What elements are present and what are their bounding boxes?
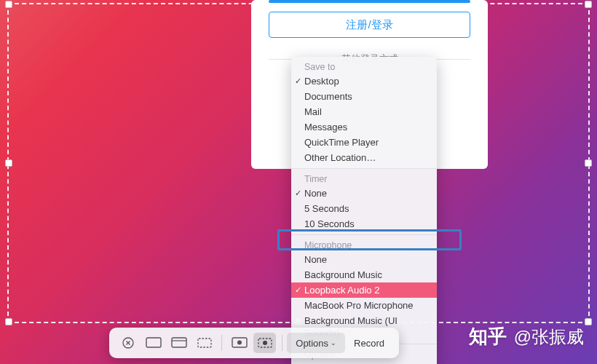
menu-separator <box>291 234 437 235</box>
resize-handle-tl[interactable] <box>5 1 12 8</box>
save-to-mail[interactable]: Mail <box>291 104 437 119</box>
selection-icon <box>197 337 213 349</box>
resize-handle-r[interactable] <box>585 159 592 167</box>
author-handle: @张振威 <box>514 325 584 349</box>
svg-rect-2 <box>172 338 186 347</box>
menu-separator <box>291 168 437 169</box>
zhihu-logo-text: 知乎 <box>469 324 507 349</box>
login-register-button[interactable]: 注册/登录 <box>269 12 470 38</box>
record-selection-button[interactable] <box>253 333 276 353</box>
mic-none[interactable]: None <box>291 252 437 267</box>
options-label: Options <box>296 338 328 349</box>
record-screen-icon <box>232 337 248 349</box>
mic-bg-music[interactable]: Background Music <box>291 267 437 282</box>
toolbar-separator <box>282 335 282 351</box>
resize-handle-br[interactable] <box>585 318 592 325</box>
record-selection-icon <box>257 337 273 349</box>
save-to-desktop[interactable]: Desktop <box>291 74 437 89</box>
mic-macbook[interactable]: MacBook Pro Microphone <box>291 298 437 313</box>
chevron-down-icon: ⌄ <box>331 339 336 347</box>
save-to-other[interactable]: Other Location… <box>291 150 437 165</box>
watermark: 知乎 @张振威 <box>469 324 584 349</box>
capture-window-button[interactable] <box>167 333 190 353</box>
window-icon <box>171 337 187 349</box>
record-entire-screen-button[interactable] <box>228 333 250 353</box>
section-save-to: Save to <box>291 60 437 74</box>
screenshot-toolbar: Options ⌄ Record <box>109 328 399 358</box>
svg-point-8 <box>263 341 267 345</box>
resize-handle-l[interactable] <box>5 159 12 167</box>
screen-icon <box>146 337 162 349</box>
options-button[interactable]: Options ⌄ <box>287 333 345 353</box>
timer-10s[interactable]: 10 Seconds <box>291 216 437 232</box>
opt-floating-thumb[interactable]: Show Floating Thumbnail <box>291 361 437 364</box>
resize-handle-tr[interactable] <box>585 1 592 8</box>
section-microphone: Microphone <box>291 238 437 252</box>
record-button[interactable]: Record <box>345 333 393 353</box>
progress-bar <box>269 0 470 3</box>
close-button[interactable] <box>116 333 139 353</box>
save-to-quicktime[interactable]: QuickTime Player <box>291 135 437 150</box>
svg-rect-4 <box>198 339 211 347</box>
capture-selection-button[interactable] <box>193 333 216 353</box>
section-timer: Timer <box>291 172 437 186</box>
save-to-documents[interactable]: Documents <box>291 89 437 104</box>
svg-point-6 <box>237 341 242 345</box>
capture-entire-screen-button[interactable] <box>142 333 165 353</box>
timer-5s[interactable]: 5 Seconds <box>291 201 437 216</box>
close-icon <box>122 337 134 349</box>
screenshot-options-menu: Save to Desktop Documents Mail Messages … <box>291 57 437 364</box>
save-to-messages[interactable]: Messages <box>291 119 437 135</box>
toolbar-separator <box>221 335 222 351</box>
mic-loopback-2[interactable]: Loopback Audio 2 <box>291 282 437 298</box>
resize-handle-bl[interactable] <box>5 318 12 325</box>
timer-none[interactable]: None <box>291 186 437 201</box>
svg-rect-1 <box>146 338 161 347</box>
